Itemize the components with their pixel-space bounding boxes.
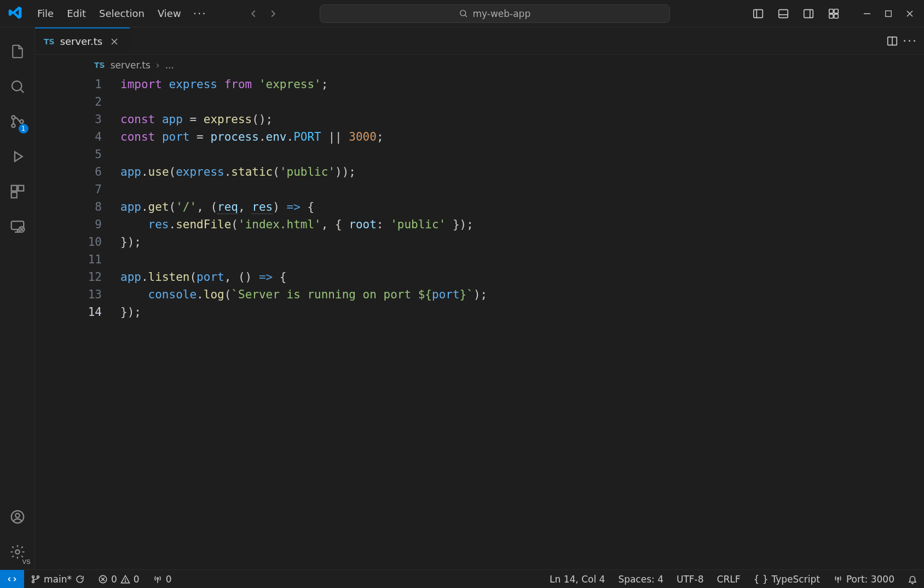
code-line[interactable]: app.use(express.static('public')); (120, 163, 924, 181)
line-number: 8 (35, 198, 102, 216)
menu-file[interactable]: File (31, 4, 60, 22)
scm-badge: 1 (19, 124, 28, 134)
status-encoding[interactable]: UTF-8 (670, 574, 711, 585)
menu-view[interactable]: View (151, 4, 188, 22)
code-line[interactable]: }); (120, 303, 924, 321)
radio-tower-icon (153, 574, 163, 584)
nav-back-icon[interactable] (245, 5, 262, 22)
code-line[interactable]: const port = process.env.PORT || 3000; (120, 128, 924, 146)
activity-accounts-icon[interactable] (0, 499, 35, 534)
svg-point-0 (460, 10, 466, 16)
activity-extensions-icon[interactable] (0, 174, 35, 209)
status-indentation[interactable]: Spaces: 4 (611, 574, 670, 585)
svg-point-34 (15, 550, 20, 554)
line-number: 3 (35, 111, 102, 128)
code-line[interactable] (120, 251, 924, 268)
tab-bar: TS server.ts ··· (35, 27, 924, 55)
line-number: 7 (35, 181, 102, 198)
activity-settings-icon[interactable]: VS (0, 534, 35, 569)
activity-remote-explorer-icon[interactable] (0, 209, 35, 244)
line-number: 4 (35, 128, 102, 146)
code-line[interactable]: res.sendFile('index.html', { root: 'publ… (120, 216, 924, 233)
svg-rect-24 (18, 186, 24, 191)
svg-line-17 (20, 90, 23, 93)
bell-icon (908, 574, 917, 584)
breadcrumb-more: ... (165, 60, 174, 71)
activity-run-debug-icon[interactable] (0, 139, 35, 174)
svg-rect-13 (886, 10, 892, 16)
status-port[interactable]: Port: 3000 (827, 574, 901, 585)
code-line[interactable] (120, 181, 924, 198)
remote-indicator-icon[interactable] (0, 570, 24, 588)
svg-rect-10 (829, 14, 833, 18)
window-minimize-icon[interactable] (857, 6, 877, 21)
status-problems[interactable]: 0 0 (91, 574, 146, 585)
status-branch-name: main* (44, 574, 72, 585)
layout-sidebar-right-icon[interactable] (797, 4, 820, 23)
typescript-file-icon: TS (94, 61, 105, 70)
split-editor-icon[interactable] (886, 35, 898, 47)
svg-point-18 (11, 116, 15, 119)
tab-server-ts[interactable]: TS server.ts (35, 27, 130, 54)
menu-overflow-icon[interactable]: ··· (188, 5, 212, 22)
code-content[interactable]: import express from 'express';const app … (117, 76, 924, 569)
activity-search-icon[interactable] (0, 69, 35, 104)
status-branch[interactable]: main* (24, 574, 91, 585)
sync-icon[interactable] (75, 574, 85, 584)
chevron-right-icon: › (156, 60, 160, 71)
menu-selection[interactable]: Selection (93, 4, 151, 22)
window-maximize-icon[interactable] (879, 7, 898, 21)
line-number: 14 (35, 303, 102, 321)
svg-point-40 (32, 580, 34, 583)
code-line[interactable]: app.listen(port, () => { (120, 268, 924, 286)
editor-more-actions-icon[interactable]: ··· (903, 34, 917, 48)
svg-line-1 (465, 15, 467, 17)
layout-panel-icon[interactable] (772, 4, 795, 23)
tab-close-icon[interactable] (108, 36, 121, 47)
svg-rect-11 (834, 14, 838, 18)
code-line[interactable]: const app = express(); (120, 111, 924, 128)
svg-point-41 (37, 575, 39, 578)
status-language-mode[interactable]: { } TypeScript (747, 574, 826, 585)
code-editor[interactable]: 1234567891011121314 import express from … (35, 76, 924, 569)
line-number: 2 (35, 93, 102, 111)
line-number: 10 (35, 233, 102, 251)
breadcrumb-file: server.ts (111, 60, 151, 71)
vscode-logo-icon (8, 5, 25, 22)
code-line[interactable] (120, 93, 924, 111)
line-number: 13 (35, 286, 102, 303)
code-line[interactable]: import express from 'express'; (120, 76, 924, 93)
code-line[interactable] (120, 146, 924, 163)
status-ports-forwarded[interactable]: 0 (146, 574, 178, 585)
line-number: 5 (35, 146, 102, 163)
svg-point-49 (837, 578, 839, 579)
activity-source-control-icon[interactable]: 1 (0, 104, 35, 139)
svg-rect-2 (754, 9, 763, 18)
status-cursor-position[interactable]: Ln 14, Col 4 (543, 574, 611, 585)
code-line[interactable]: }); (120, 233, 924, 251)
code-line[interactable]: app.get('/', (req, res) => { (120, 198, 924, 216)
activity-bar: 1 VS (0, 27, 35, 569)
menu-edit[interactable]: Edit (60, 4, 93, 22)
status-errors-count: 0 (111, 574, 117, 585)
line-number: 9 (35, 216, 102, 233)
nav-forward-icon[interactable] (265, 5, 281, 22)
svg-marker-21 (15, 152, 22, 162)
svg-rect-4 (779, 9, 788, 18)
layout-sidebar-left-icon[interactable] (747, 4, 770, 23)
activity-explorer-icon[interactable] (0, 34, 35, 69)
svg-point-47 (157, 578, 158, 579)
window-close-icon[interactable] (900, 6, 920, 21)
svg-rect-9 (834, 9, 838, 13)
radio-tower-icon (833, 574, 843, 584)
breadcrumb[interactable]: TS server.ts › ... (35, 55, 924, 76)
command-center-search[interactable]: my-web-app (320, 4, 670, 23)
warning-icon (120, 574, 130, 584)
customize-layout-icon[interactable] (822, 4, 845, 23)
status-notifications-icon[interactable] (901, 574, 924, 584)
search-placeholder: my-web-app (472, 8, 530, 19)
status-bar: main* 0 0 0 Ln 14, Col 4 Spaces: 4 UTF-8… (0, 569, 924, 588)
svg-point-16 (12, 81, 22, 91)
status-eol[interactable]: CRLF (711, 574, 747, 585)
code-line[interactable]: console.log(`Server is running on port $… (120, 286, 924, 303)
